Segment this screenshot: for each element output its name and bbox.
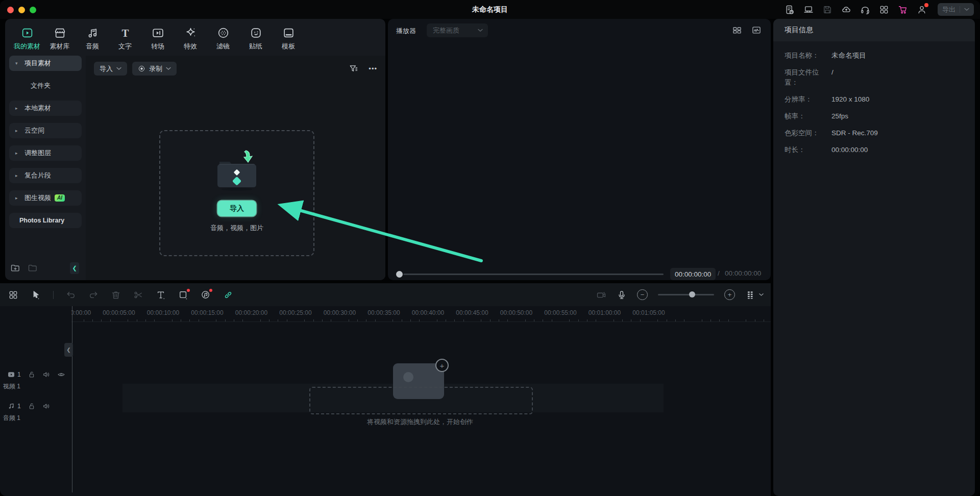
undo-icon[interactable] — [66, 290, 76, 300]
caret-right-icon: ▸ — [15, 195, 20, 201]
media-tab[interactable]: 我的素材 — [12, 23, 42, 55]
media-tab[interactable]: 素材库 — [45, 23, 75, 55]
media-tab[interactable]: 滤镜 — [208, 23, 238, 55]
quality-select[interactable]: 完整画质 — [427, 23, 488, 37]
support-headset-icon[interactable] — [860, 5, 870, 15]
nav-item[interactable]: 文件夹 — [9, 78, 82, 93]
svg-text:T: T — [121, 27, 129, 39]
track-panel-handle[interactable]: ❮ — [64, 343, 73, 357]
add-media-icon[interactable]: + — [435, 359, 449, 372]
filter-icon[interactable] — [349, 64, 358, 73]
ai-audio-icon[interactable] — [201, 290, 211, 300]
zoom-in-icon[interactable]: + — [724, 289, 735, 300]
lock-track-icon[interactable] — [28, 402, 36, 410]
save-icon[interactable] — [822, 5, 832, 15]
timeline-drop-target[interactable] — [309, 387, 533, 414]
ruler-tick — [101, 319, 102, 321]
zoom-slider-thumb[interactable] — [689, 291, 695, 297]
ruler-tick — [675, 319, 676, 321]
nav-item[interactable]: Photos Library — [9, 213, 82, 228]
ruler-tick — [181, 319, 181, 321]
cloud-upload-icon[interactable] — [841, 5, 851, 15]
export-button[interactable]: 导出 — [938, 3, 974, 16]
display-icon[interactable] — [803, 5, 814, 15]
store-cart-icon[interactable] — [898, 5, 908, 15]
project-info-title: 项目信息 — [785, 26, 813, 35]
info-label: 帧率： — [785, 111, 823, 121]
import-dropzone[interactable]: 导入 音频，视频，图片 — [159, 130, 314, 256]
redo-icon[interactable] — [88, 290, 99, 300]
zoom-out-icon[interactable]: − — [637, 289, 648, 300]
delete-icon[interactable] — [111, 290, 121, 300]
info-value: 00:00:00:00 — [831, 145, 868, 155]
project-list-icon[interactable] — [785, 5, 795, 15]
dropzone-import-button[interactable]: 导入 — [217, 201, 256, 216]
media-tab[interactable]: 贴纸 — [241, 23, 271, 55]
split-screen-icon[interactable] — [732, 25, 742, 35]
nav-item[interactable]: ▸调整图层 — [9, 145, 82, 161]
mute-track-icon[interactable] — [42, 370, 51, 379]
track-height-button[interactable] — [745, 290, 764, 300]
ruler-tick — [287, 319, 287, 321]
voiceover-mic-icon[interactable] — [617, 290, 627, 300]
link-icon[interactable] — [223, 290, 233, 300]
media-tab[interactable]: 转场 — [143, 23, 173, 55]
account-icon[interactable] — [917, 5, 927, 15]
ruler-tick — [437, 319, 437, 321]
lock-track-icon[interactable] — [28, 370, 36, 379]
record-button[interactable]: 录制 — [132, 62, 177, 76]
media-tabs: 我的素材素材库音频T文字转场特效滤镜贴纸模板 — [12, 23, 303, 55]
select-cursor-icon[interactable] — [31, 290, 41, 300]
media-tab[interactable]: T文字 — [110, 23, 140, 55]
apps-grid-icon[interactable] — [879, 5, 889, 15]
chevron-down-icon — [166, 67, 171, 70]
nav-item-label: 图生视频 — [24, 193, 51, 203]
ruler-tick — [216, 319, 216, 321]
mute-track-icon[interactable] — [42, 402, 51, 410]
hide-track-icon[interactable] — [57, 370, 65, 379]
info-row: 帧率：25fps — [785, 111, 964, 121]
current-timecode[interactable]: 00:00:00:00 — [670, 268, 716, 280]
media-tab[interactable]: 特效 — [176, 23, 205, 55]
timeline-zoom-slider[interactable] — [658, 294, 714, 295]
media-layout-icon[interactable] — [8, 290, 18, 300]
more-options-icon[interactable]: ••• — [369, 65, 377, 72]
seek-thumb[interactable] — [396, 271, 403, 278]
text-tool-icon[interactable] — [156, 290, 166, 300]
crop-mask-icon[interactable] — [178, 290, 188, 300]
ruler-tick — [189, 319, 190, 321]
ruler-tick — [199, 319, 199, 321]
timeline: 00:00:00:0000:00:05:0000:00:10:0000:00:1… — [0, 306, 771, 496]
nav-item-label: 调整图层 — [24, 148, 51, 158]
collapse-nav-button[interactable]: ❮ — [70, 262, 79, 274]
ruler-tick — [137, 319, 137, 321]
playhead[interactable] — [72, 306, 72, 492]
nav-item[interactable]: ▸本地素材 — [9, 101, 82, 116]
import-folder-icon — [204, 146, 270, 197]
nav-item[interactable]: ▸复合片段 — [9, 168, 82, 183]
nav-item[interactable]: ▸图生视频AI — [9, 190, 82, 206]
scopes-icon[interactable] — [751, 25, 762, 35]
ruler-tick — [234, 319, 234, 321]
media-tab[interactable]: 模板 — [274, 23, 303, 55]
ruler-label: 00:00:40:00 — [412, 309, 444, 316]
ruler-tick — [84, 319, 84, 321]
seek-track[interactable] — [403, 274, 664, 275]
track-height-icon — [745, 290, 755, 300]
ruler-tick — [490, 319, 491, 321]
nav-item[interactable]: ▾项目素材 — [9, 56, 82, 71]
media-tab[interactable]: 音频 — [78, 23, 107, 55]
new-folder-icon[interactable] — [10, 263, 20, 273]
timeline-ruler[interactable]: 00:00:00:0000:00:05:0000:00:10:0000:00:1… — [71, 306, 771, 322]
ruler-tick — [322, 319, 323, 321]
import-button[interactable]: 导入 — [94, 62, 127, 76]
split-icon[interactable] — [133, 290, 143, 300]
ruler-label: 00:00:35:00 — [368, 309, 400, 316]
ruler-label: 00:00:45:00 — [456, 309, 488, 316]
delete-folder-icon[interactable] — [28, 263, 38, 273]
ai-camera-icon[interactable] — [596, 290, 606, 300]
info-value: 未命名项目 — [831, 51, 866, 61]
caret-right-icon: ▸ — [15, 173, 20, 178]
nav-item[interactable]: ▸云空间 — [9, 123, 82, 138]
audio-track-icon — [7, 402, 15, 410]
